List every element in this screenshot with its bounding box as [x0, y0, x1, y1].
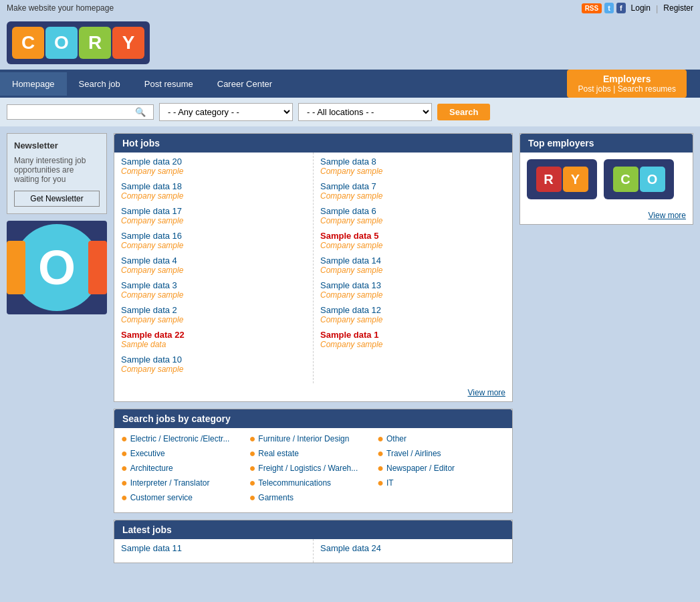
sidebar: Newsletter Many interesting job opportun…: [7, 133, 107, 563]
sidebar-logo-display: O: [7, 221, 107, 314]
cat-dot: ●: [249, 463, 256, 474]
logo-area: C O R Y: [0, 16, 700, 70]
cat-link[interactable]: Newspaper / Editor: [386, 464, 455, 473]
cat-link[interactable]: Electric / Electronic /Electr...: [130, 434, 230, 443]
job-title-link[interactable]: Sample data 7: [320, 181, 376, 191]
cat-link[interactable]: Other: [386, 434, 406, 443]
cat-item: ●Freight / Logistics / Wareh...: [249, 463, 378, 474]
job-title-link[interactable]: Sample data 22: [121, 330, 185, 340]
jobs-grid: Sample data 20Company sampleSample data …: [114, 153, 512, 383]
logo-tile-y: Y: [112, 27, 144, 59]
register-link[interactable]: Register: [663, 3, 693, 13]
employers-button[interactable]: Employers Post jobs | Search resumes: [567, 70, 687, 98]
job-title-link[interactable]: Sample data 2: [121, 305, 177, 315]
latest-jobs-col-1: Sample data 11: [114, 539, 314, 563]
latest-jobs-header: Latest jobs: [114, 520, 512, 539]
job-title-link[interactable]: Sample data 17: [121, 206, 182, 216]
cat-link[interactable]: Freight / Logistics / Wareh...: [258, 464, 358, 473]
job-title-link[interactable]: Sample data 6: [320, 206, 376, 216]
job-item: Sample data 10Company sample: [121, 355, 306, 374]
search-input[interactable]: [11, 107, 135, 117]
newsletter-title: Newsletter: [14, 140, 100, 150]
job-title-link[interactable]: Sample data 13: [320, 280, 381, 290]
cat-dot: ●: [249, 448, 256, 459]
cat-dot: ●: [249, 433, 256, 444]
facebook-icon[interactable]: f: [616, 3, 626, 13]
category-section: Search jobs by category ●Electric / Elec…: [114, 409, 513, 513]
job-item: Sample data 7Company sample: [320, 181, 505, 201]
main-layout: Newsletter Many interesting job opportun…: [0, 126, 700, 570]
job-title-link[interactable]: Sample data 14: [320, 256, 381, 266]
cat-link[interactable]: Travel / Airlines: [386, 449, 441, 458]
cat-link[interactable]: Garments: [258, 493, 294, 502]
category-select[interactable]: - - Any category - -: [159, 103, 293, 121]
job-title-link[interactable]: Sample data 8: [320, 157, 376, 167]
search-icon: 🔍: [135, 107, 146, 117]
job-title-link[interactable]: Sample data 5: [320, 231, 378, 241]
job-title-link[interactable]: Sample data 3: [121, 280, 177, 290]
job-title-link[interactable]: Sample data 12: [320, 305, 381, 315]
cat-item: ●Executive: [121, 448, 249, 459]
nav-career-center[interactable]: Career Center: [205, 72, 284, 96]
rss-icon[interactable]: RSS: [582, 3, 602, 13]
sidebar-accent-left: [7, 241, 25, 294]
sidebar-letter: O: [38, 240, 76, 295]
employers-links: Post jobs | Search resumes: [578, 84, 676, 94]
right-panel: Top employers R Y C O View more: [519, 133, 693, 563]
employers-logos: R Y C O: [520, 153, 693, 206]
categories-grid: ●Electric / Electronic /Electr...●Execut…: [114, 428, 512, 512]
cat-dot: ●: [377, 463, 384, 474]
logo-tile-c: C: [12, 27, 44, 59]
hot-jobs-view-more-link[interactable]: View more: [468, 388, 505, 397]
job-company: Company sample: [121, 216, 306, 225]
location-select[interactable]: - - All locations - -: [298, 103, 432, 121]
newsletter-box: Newsletter Many interesting job opportun…: [7, 133, 107, 214]
job-title-link[interactable]: Sample data 16: [121, 231, 182, 241]
post-jobs-link[interactable]: Post jobs: [578, 84, 610, 94]
cat-item: ●Electric / Electronic /Electr...: [121, 433, 249, 444]
cat-link[interactable]: Furniture / Interior Design: [258, 434, 349, 443]
employer-logo-2[interactable]: C O: [604, 159, 674, 199]
latest-job-title-link[interactable]: Sample data 24: [320, 543, 381, 553]
emp1-tile-y: Y: [563, 167, 588, 192]
latest-jobs-grid: Sample data 11 Sample data 24: [114, 539, 512, 563]
cat-col-1: ●Electric / Electronic /Electr...●Execut…: [121, 433, 249, 507]
twitter-icon[interactable]: t: [604, 3, 614, 13]
cat-item: ●IT: [377, 478, 505, 488]
login-link[interactable]: Login: [631, 3, 651, 13]
employer-logo-1[interactable]: R Y: [527, 159, 597, 199]
job-title-link[interactable]: Sample data 1: [320, 330, 378, 340]
nav-homepage[interactable]: Homepage: [0, 72, 67, 96]
job-title-link[interactable]: Sample data 10: [121, 355, 182, 365]
social-icons: RSS t f: [582, 3, 626, 13]
cat-dot: ●: [377, 448, 384, 459]
search-button[interactable]: Search: [437, 104, 490, 120]
homepage-link[interactable]: Make website your homepage: [7, 3, 114, 13]
cat-dot: ●: [121, 492, 128, 503]
nav-search-job[interactable]: Search job: [67, 72, 132, 96]
get-newsletter-button[interactable]: Get Newsletter: [14, 191, 100, 207]
emp2-tile-o: O: [640, 167, 665, 192]
job-company: Company sample: [121, 290, 306, 300]
employers-view-more-link[interactable]: View more: [649, 211, 686, 220]
cat-link[interactable]: IT: [386, 478, 394, 488]
job-title-link[interactable]: Sample data 18: [121, 181, 182, 191]
category-header: Search jobs by category: [114, 409, 512, 428]
search-bar: 🔍 - - Any category - - - - All locations…: [0, 98, 700, 126]
cat-link[interactable]: Executive: [130, 449, 165, 458]
cat-link[interactable]: Telecommunications: [258, 478, 331, 488]
content-area: Hot jobs Sample data 20Company sampleSam…: [114, 133, 513, 563]
search-resumes-link[interactable]: Search resumes: [618, 84, 676, 94]
logo[interactable]: C O R Y: [7, 21, 150, 64]
latest-job-title-link[interactable]: Sample data 11: [121, 543, 182, 553]
nav-post-resume[interactable]: Post resume: [132, 72, 205, 96]
cat-link[interactable]: Real estate: [258, 449, 299, 458]
cat-link[interactable]: Customer service: [130, 493, 193, 502]
cat-link[interactable]: Interpreter / Translator: [130, 478, 210, 488]
cat-link[interactable]: Architecture: [130, 464, 173, 473]
job-title-link[interactable]: Sample data 4: [121, 256, 177, 266]
job-title-link[interactable]: Sample data 20: [121, 157, 182, 167]
cat-dot: ●: [377, 433, 384, 444]
job-company: Company sample: [320, 266, 505, 275]
job-item: Sample data 17Company sample: [121, 206, 306, 225]
